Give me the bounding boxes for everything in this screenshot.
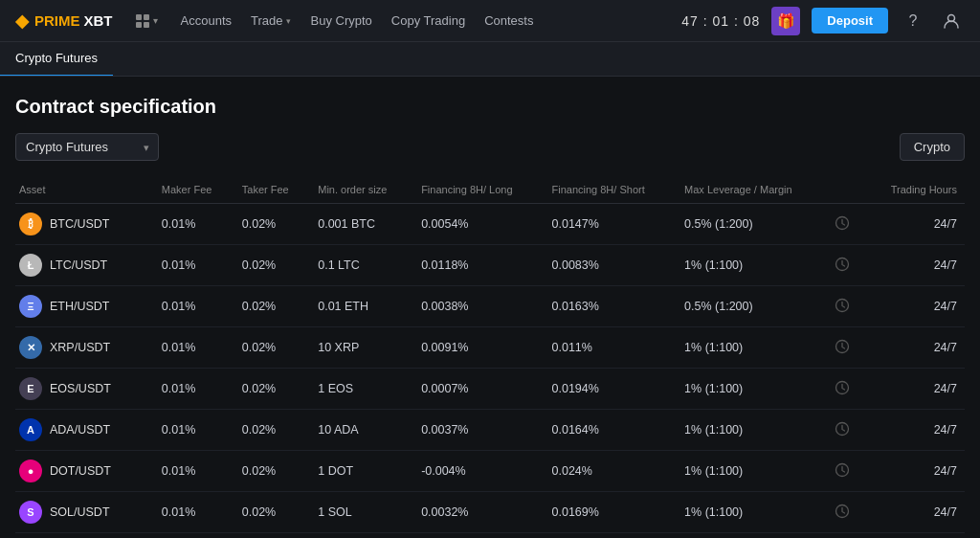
cell-min-order-5: 10 ADA [310, 410, 413, 451]
cell-asset-1: Ł LTC/USDT [15, 245, 154, 286]
cell-trading-hours-3: 24/7 [865, 327, 965, 369]
col-taker-fee: Taker Fee [234, 176, 310, 204]
clock-icon-7[interactable] [835, 506, 850, 522]
asset-name-2: ETH/USDT [50, 300, 110, 313]
nav-trade[interactable]: Trade ▾ [251, 13, 291, 28]
cell-asset-2: Ξ ETH/USDT [15, 286, 154, 327]
cell-max-leverage-5: 1% (1:100) [677, 410, 827, 451]
cell-min-order-3: 10 XRP [310, 327, 413, 369]
cell-clock-6[interactable] [827, 451, 864, 492]
clock-icon-3[interactable] [835, 342, 850, 357]
col-trading-hours: Trading Hours [865, 176, 965, 204]
cell-max-leverage-7: 1% (1:100) [677, 492, 827, 533]
cell-asset-3: ✕ XRP/USDT [15, 327, 154, 369]
cell-clock-2[interactable] [827, 286, 864, 327]
cell-clock-8[interactable] [827, 533, 864, 539]
table-row: A ADA/USDT 0.01% 0.02% 10 ADA 0.0037% 0.… [15, 410, 965, 451]
cell-trading-hours-8: 24/7 [865, 533, 965, 539]
cell-clock-7[interactable] [827, 492, 864, 533]
cell-taker-fee-2: 0.02% [234, 286, 310, 327]
cell-financing-long-6: -0.004% [413, 451, 544, 492]
asset-name-3: XRP/USDT [50, 341, 110, 354]
category-dropdown[interactable]: Crypto Futures [15, 133, 159, 161]
cell-financing-short-5: 0.0164% [545, 410, 678, 451]
table-row: ● DOT/USDT 0.01% 0.02% 1 DOT -0.004% 0.0… [15, 451, 965, 492]
clock-icon-6[interactable] [835, 465, 850, 481]
cell-maker-fee-7: 0.01% [154, 492, 234, 533]
grid-icon[interactable]: ▾ [136, 14, 158, 28]
cell-financing-short-0: 0.0147% [545, 204, 678, 245]
cell-taker-fee-8: 0.02% [234, 533, 310, 539]
cell-clock-0[interactable] [827, 204, 864, 245]
col-asset: Asset [15, 176, 154, 204]
cell-clock-3[interactable] [827, 327, 864, 369]
cell-financing-short-2: 0.0163% [545, 286, 678, 327]
cell-maker-fee-4: 0.01% [154, 369, 234, 410]
cell-min-order-4: 1 EOS [310, 369, 413, 410]
deposit-button[interactable]: Deposit [812, 8, 888, 34]
cell-clock-1[interactable] [827, 245, 864, 286]
clock-icon-2[interactable] [835, 301, 850, 316]
cell-trading-hours-6: 24/7 [865, 451, 965, 492]
cell-asset-6: ● DOT/USDT [15, 451, 154, 492]
asset-name-4: EOS/USDT [50, 382, 111, 395]
coin-icon-4: E [19, 377, 42, 400]
table-row: 🦄 UNI/USDT 0.01% 0.02% 1 UNI -0.01% 0.03… [15, 533, 965, 539]
asset-name-1: LTC/USDT [50, 258, 107, 272]
cell-asset-8: 🦄 UNI/USDT [15, 533, 154, 539]
nav-buy-crypto[interactable]: Buy Crypto [310, 13, 371, 28]
cell-financing-short-6: 0.024% [545, 451, 678, 492]
cell-financing-long-2: 0.0038% [413, 286, 544, 327]
cell-maker-fee-5: 0.01% [154, 410, 234, 451]
coin-icon-6: ● [19, 460, 42, 482]
cell-trading-hours-2: 24/7 [865, 286, 965, 327]
cell-asset-4: E EOS/USDT [15, 369, 154, 410]
cell-min-order-8: 1 UNI [310, 533, 413, 539]
nav-contests[interactable]: Contests [484, 13, 533, 28]
table-header: Asset Maker Fee Taker Fee Min. order siz… [15, 176, 965, 204]
cell-maker-fee-8: 0.01% [154, 533, 234, 539]
crypto-filter-button[interactable]: Crypto [900, 133, 965, 161]
cell-trading-hours-0: 24/7 [865, 204, 965, 245]
clock-icon-4[interactable] [835, 383, 850, 398]
asset-name-7: SOL/USDT [50, 505, 110, 519]
cell-clock-4[interactable] [827, 369, 864, 410]
clock-icon-0[interactable] [835, 218, 850, 234]
nav-accounts[interactable]: Accounts [181, 13, 232, 28]
table-row: Ł LTC/USDT 0.01% 0.02% 0.1 LTC 0.0118% 0… [15, 245, 965, 286]
logo[interactable]: ◆ PRIME XBT [15, 11, 113, 32]
cell-min-order-7: 1 SOL [310, 492, 413, 533]
table-wrap: Asset Maker Fee Taker Fee Min. order siz… [15, 176, 965, 538]
cell-max-leverage-1: 1% (1:100) [677, 245, 827, 286]
cell-financing-short-8: 0.03% [545, 533, 678, 539]
cell-clock-5[interactable] [827, 410, 864, 451]
col-min-order: Min. order size [310, 176, 413, 204]
cell-financing-short-4: 0.0194% [545, 369, 678, 410]
clock-icon-1[interactable] [835, 259, 850, 275]
cell-maker-fee-1: 0.01% [154, 245, 234, 286]
cell-taker-fee-3: 0.02% [234, 327, 310, 369]
cell-taker-fee-5: 0.02% [234, 410, 310, 451]
col-financing-short: Financing 8H/ Short [545, 176, 678, 204]
tab-crypto-futures[interactable]: Crypto Futures [0, 42, 113, 77]
user-icon[interactable] [938, 8, 965, 34]
header-right: 47 : 01 : 08 🎁 Deposit ? [681, 7, 965, 35]
cell-financing-long-5: 0.0037% [413, 410, 544, 451]
table-row: E EOS/USDT 0.01% 0.02% 1 EOS 0.0007% 0.0… [15, 369, 965, 410]
cell-maker-fee-0: 0.01% [154, 204, 234, 245]
cell-maker-fee-2: 0.01% [154, 286, 234, 327]
coin-icon-7: S [19, 501, 42, 524]
logo-xbt-text: XBT [84, 12, 113, 29]
cell-financing-long-0: 0.0054% [413, 204, 544, 245]
col-financing-long: Financing 8H/ Long [413, 176, 544, 204]
cell-financing-short-1: 0.0083% [545, 245, 678, 286]
clock-icon-5[interactable] [835, 424, 850, 439]
cell-max-leverage-2: 0.5% (1:200) [677, 286, 827, 327]
help-icon[interactable]: ? [900, 8, 926, 34]
gift-button[interactable]: 🎁 [771, 7, 800, 35]
nav-copy-trading[interactable]: Copy Trading [391, 13, 465, 28]
dropdown-wrapper[interactable]: Crypto Futures [15, 133, 159, 161]
cell-financing-long-1: 0.0118% [413, 245, 544, 286]
table-row: Ξ ETH/USDT 0.01% 0.02% 0.01 ETH 0.0038% … [15, 286, 965, 327]
cell-financing-long-4: 0.0007% [413, 369, 544, 410]
